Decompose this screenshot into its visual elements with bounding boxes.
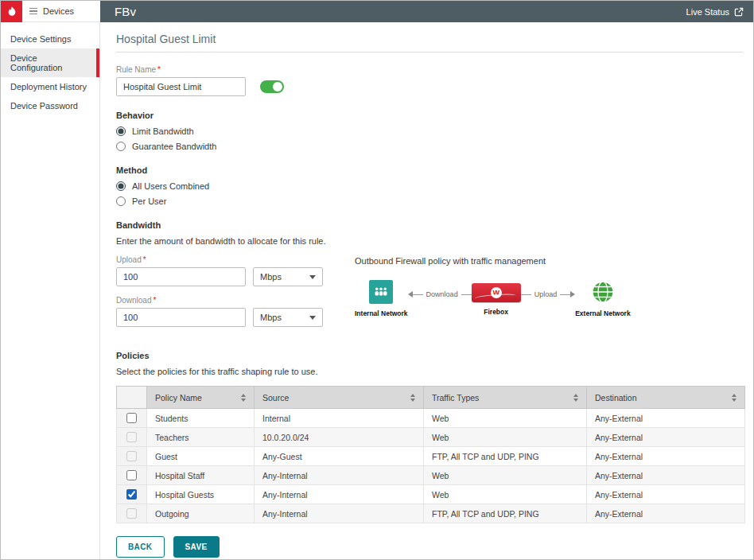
radio-label: Limit Bandwidth [132,126,194,136]
upload-value-input[interactable] [116,267,246,286]
upload-arrow-label: Upload [534,290,558,298]
behavior-section-label: Behavior [116,111,743,120]
policies-description: Select the policies for this traffic sha… [116,367,743,376]
table-row: Students Internal Web Any-External [117,409,745,428]
rule-name-label: Rule Name* [116,65,743,74]
cell-policy-name: Students [147,409,255,428]
radio-all-users-combined[interactable]: All Users Combined [116,181,743,191]
bandwidth-description: Enter the amount of bandwidth to allocat… [116,236,743,246]
required-asterisk: * [157,65,161,74]
column-header-policy-name[interactable]: Policy Name [147,387,255,409]
row-checkbox[interactable] [126,470,137,480]
cell-destination: Any-External [587,504,745,523]
sidebar-item-device-configuration[interactable]: Device Configuration [1,49,99,77]
cell-destination: Any-External [587,466,745,485]
firebox-swoosh [474,293,515,301]
devices-nav[interactable]: Devices [22,1,100,22]
sidebar-item-deployment-history[interactable]: Deployment History [1,77,99,96]
cell-policy-name: Hospital Staff [147,466,255,485]
row-checkbox[interactable] [126,413,137,423]
policies-section-label: Policies [116,351,743,360]
download-label: Download* [116,296,323,305]
cell-source: Any-Internal [255,504,424,523]
policies-table: Policy Name Source Traffic Types Destina… [116,386,745,523]
upload-label: Upload* [116,255,323,264]
sort-icon [573,394,578,402]
watchguard-logo[interactable] [1,1,22,22]
toggle-knob [273,82,282,91]
bandwidth-fields: Upload* Mbps Download* [116,255,323,336]
bandwidth-section-label: Bandwidth [116,220,743,230]
save-button[interactable]: SAVE [173,536,220,558]
cell-traffic-types: Web [424,409,587,428]
sort-icon [732,394,737,402]
internal-network-label: Internal Network [355,309,408,317]
chevron-down-icon [309,275,316,279]
radio-label: All Users Combined [132,181,209,191]
per-user-radio[interactable] [116,196,126,206]
cell-source: Internal [255,409,424,428]
column-header-source[interactable]: Source [255,387,424,409]
app-window: Devices FBv Live Status Device Settings … [0,0,754,560]
devices-label: Devices [43,6,74,16]
download-unit-select[interactable]: Mbps [253,308,323,327]
radio-guarantee-bandwidth[interactable]: Guarantee Bandwidth [116,142,743,151]
traffic-diagram: Outbound Firewall policy with traffic ma… [355,255,631,317]
row-checkbox[interactable] [126,432,137,442]
rule-enabled-toggle[interactable] [260,80,284,93]
rule-name-input[interactable] [116,77,246,96]
all-users-combined-radio[interactable] [116,181,126,191]
table-header-row: Policy Name Source Traffic Types Destina… [117,387,745,409]
upload-unit-select[interactable]: Mbps [253,267,323,286]
main-content: Hospital Guest Limit Rule Name* Behavior… [100,22,753,559]
firebox-appliance-icon: W [472,283,521,302]
row-checkbox[interactable] [126,489,137,500]
cell-policy-name: Guest [147,447,255,466]
radio-limit-bandwidth[interactable]: Limit Bandwidth [116,126,743,136]
sidebar-item-device-settings[interactable]: Device Settings [1,29,99,49]
limit-bandwidth-radio[interactable] [116,126,126,136]
guarantee-bandwidth-radio[interactable] [116,142,126,151]
select-column-header [117,387,147,409]
cell-source: Any-Internal [255,485,424,504]
unit-value: Mbps [260,313,282,322]
download-value-input[interactable] [116,308,246,327]
cell-traffic-types: Web [424,466,587,485]
live-status-link[interactable]: Live Status [686,7,744,17]
cell-traffic-types: FTP, All TCP and UDP, PING [424,447,587,466]
back-button[interactable]: BACK [116,536,165,558]
cell-destination: Any-External [587,485,745,504]
cell-policy-name: Teachers [147,428,255,447]
upload-arrow: Upload [521,290,576,298]
cell-traffic-types: Web [424,485,587,504]
required-asterisk: * [143,255,146,264]
radio-per-user[interactable]: Per User [116,196,743,206]
cell-policy-name: Hospital Guests [147,485,255,504]
sidebar-item-device-password[interactable]: Device Password [1,96,99,115]
table-row: Outgoing Any-Internal FTP, All TCP and U… [117,504,745,523]
firebox-label: Firebox [484,308,508,316]
row-checkbox[interactable] [126,451,137,461]
live-status-label: Live Status [686,7,729,17]
external-network-label: External Network [575,309,630,317]
cell-policy-name: Outgoing [147,504,255,523]
table-row: Teachers 10.0.20.0/24 Web Any-External [117,428,745,447]
table-row: Guest Any-Guest FTP, All TCP and UDP, PI… [117,447,745,466]
row-checkbox[interactable] [126,508,137,519]
column-header-traffic-types[interactable]: Traffic Types [424,387,587,409]
cell-destination: Any-External [587,447,745,466]
cell-source: 10.0.20.0/24 [255,428,424,447]
cell-destination: Any-External [587,409,745,428]
radio-label: Per User [132,196,166,206]
cell-traffic-types: FTP, All TCP and UDP, PING [424,504,587,523]
diagram-title: Outbound Firewall policy with traffic ma… [355,256,631,266]
chevron-down-icon [309,316,316,320]
sort-icon [241,394,246,402]
flame-icon [6,6,18,18]
page-title: Hospital Guest Limit [116,33,743,52]
column-header-destination[interactable]: Destination [587,387,745,409]
download-arrow-label: Download [426,290,458,298]
cell-traffic-types: Web [424,428,587,447]
cell-source: Any-Guest [255,447,424,466]
internal-network-icon [369,280,393,304]
